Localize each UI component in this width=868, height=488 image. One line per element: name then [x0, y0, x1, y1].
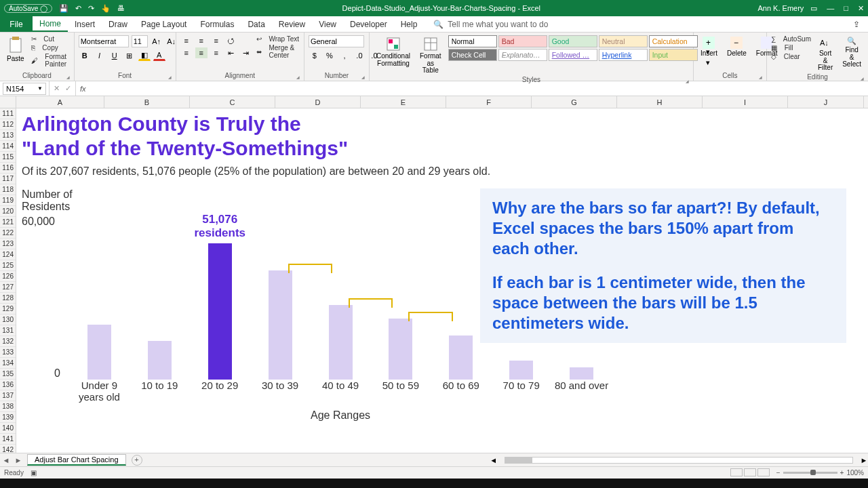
underline-button[interactable]: U [108, 50, 121, 61]
font-size-input[interactable] [132, 35, 148, 47]
tab-draw[interactable]: Draw [102, 16, 134, 32]
sheet-tab[interactable]: Adjust Bar Chart Spacing [27, 454, 126, 466]
delete-cells-button[interactable]: −Delete [724, 35, 749, 59]
row-header[interactable]: 113 [0, 130, 16, 141]
row-header[interactable]: 127 [0, 282, 16, 293]
align-middle-icon[interactable]: ≡ [195, 35, 208, 46]
row-header[interactable]: 124 [0, 249, 16, 260]
tab-insert[interactable]: Insert [68, 16, 102, 32]
italic-button[interactable]: I [94, 50, 106, 61]
tab-data[interactable]: Data [241, 16, 271, 32]
row-header[interactable]: 129 [0, 304, 16, 314]
tab-home[interactable]: Home [33, 16, 68, 32]
row-header[interactable]: 133 [0, 347, 16, 358]
tabs-scroll-left[interactable]: ◄ [490, 456, 498, 464]
row-header[interactable]: 131 [0, 325, 16, 336]
macro-record-icon[interactable]: ▣ [31, 469, 37, 476]
style-input[interactable]: Input [649, 49, 698, 61]
row-header[interactable]: 137 [0, 390, 16, 401]
style-hyperlink[interactable]: Hyperlink [599, 49, 648, 61]
row-header[interactable]: 141 [0, 434, 16, 445]
col-header-B[interactable]: B [104, 96, 190, 108]
col-header-H[interactable]: H [617, 96, 703, 108]
print-icon[interactable]: 🖶 [117, 4, 125, 12]
copy-button[interactable]: ⎘ Copy [31, 44, 70, 52]
row-header[interactable]: 117 [0, 174, 16, 184]
row-header[interactable]: 125 [0, 260, 16, 271]
conditional-formatting-button[interactable]: Conditional Formatting [374, 35, 413, 68]
horizontal-scrollbar[interactable] [505, 457, 853, 464]
row-header[interactable]: 142 [0, 445, 16, 453]
col-header-F[interactable]: F [446, 96, 532, 108]
row-header[interactable]: 122 [0, 228, 16, 239]
align-right-icon[interactable]: ≡ [210, 47, 222, 58]
file-tab[interactable]: File [0, 16, 33, 32]
col-header-I[interactable]: I [703, 96, 788, 108]
comma-icon[interactable]: , [338, 50, 351, 61]
undo-icon[interactable]: ↶ [75, 4, 81, 13]
cell-canvas[interactable]: Arlington County is Truly the "Land of t… [16, 108, 868, 453]
style-followed-[interactable]: Followed … [549, 49, 597, 61]
cancel-icon[interactable]: ✕ [54, 84, 60, 93]
style-explanato-[interactable]: Explanato… [498, 49, 547, 61]
fx-icon[interactable]: fx [76, 85, 90, 93]
font-name-input[interactable] [79, 35, 129, 47]
style-check-cell[interactable]: Check Cell [448, 49, 497, 61]
row-header[interactable]: 128 [0, 293, 16, 304]
style-good[interactable]: Good [549, 35, 597, 47]
increase-font-icon[interactable]: A↑ [151, 36, 163, 47]
row-header[interactable]: 119 [0, 195, 16, 206]
orientation-icon[interactable]: ⭯ [225, 35, 237, 46]
row-header[interactable]: 123 [0, 239, 16, 249]
new-sheet-button[interactable]: + [132, 455, 142, 466]
row-header[interactable]: 116 [0, 163, 16, 174]
format-as-table-button[interactable]: Format as Table [417, 35, 444, 76]
align-bottom-icon[interactable]: ≡ [210, 35, 222, 46]
column-headers[interactable]: ABCDEFGHIJ [16, 96, 868, 108]
align-top-icon[interactable]: ≡ [180, 35, 193, 46]
wrap-text-button[interactable]: ↩ Wrap Text [256, 35, 300, 43]
autosave-toggle[interactable]: AutoSave ◯ [4, 4, 52, 13]
sheet-nav-next[interactable]: ► [12, 456, 24, 464]
style-neutral[interactable]: Neutral [599, 35, 648, 47]
select-all-corner[interactable] [0, 96, 16, 108]
row-headers[interactable]: 1111121131141151161171181191201211221231… [0, 108, 16, 453]
save-icon[interactable]: 💾 [59, 4, 68, 13]
align-left-icon[interactable]: ≡ [180, 47, 193, 58]
row-header[interactable]: 135 [0, 369, 16, 380]
row-header[interactable]: 139 [0, 412, 16, 423]
share-button[interactable]: ⇪ [845, 16, 868, 32]
tab-formulas[interactable]: Formulas [193, 16, 241, 32]
tab-help[interactable]: Help [394, 16, 425, 32]
style-calculation[interactable]: Calculation [649, 35, 698, 47]
row-header[interactable]: 120 [0, 206, 16, 217]
col-header-E[interactable]: E [361, 96, 446, 108]
autosum-button[interactable]: ∑ AutoSum [771, 35, 811, 43]
paste-button[interactable]: Paste [4, 35, 27, 64]
cell-styles-gallery[interactable]: NormalBadGoodNeutralCalculationCheck Cel… [448, 35, 698, 61]
number-format-input[interactable] [309, 35, 364, 47]
row-header[interactable]: 121 [0, 217, 16, 228]
row-header[interactable]: 114 [0, 141, 16, 152]
user-name[interactable]: Ann K. Emery [757, 4, 804, 12]
sheet-nav-prev[interactable]: ◄ [0, 456, 12, 464]
tab-review[interactable]: Review [272, 16, 312, 32]
cut-button[interactable]: ✂ Cut [31, 35, 70, 43]
currency-icon[interactable]: $ [309, 50, 321, 61]
worksheet-area[interactable]: ABCDEFGHIJ 11111211311411511611711811912… [0, 96, 868, 453]
style-bad[interactable]: Bad [498, 35, 547, 47]
merge-center-button[interactable]: ⬌ Merge & Center [256, 44, 300, 59]
col-header-A[interactable]: A [16, 96, 104, 108]
row-header[interactable]: 111 [0, 108, 16, 119]
tab-view[interactable]: View [312, 16, 343, 32]
clear-button[interactable]: ◇ Clear [771, 53, 811, 60]
redo-icon[interactable]: ↷ [88, 4, 94, 13]
close-icon[interactable]: ✕ [858, 4, 864, 13]
border-button[interactable]: ⊞ [123, 50, 136, 61]
tell-me-search[interactable]: 🔍 Tell me what you want to do [433, 16, 548, 32]
indent-dec-icon[interactable]: ⇤ [225, 47, 237, 58]
sort-filter-button[interactable]: A↓Sort & Filter [815, 35, 835, 73]
tabs-scroll-right[interactable]: ► [860, 456, 868, 464]
row-header[interactable]: 136 [0, 380, 16, 390]
touch-icon[interactable]: 👆 [101, 4, 111, 13]
